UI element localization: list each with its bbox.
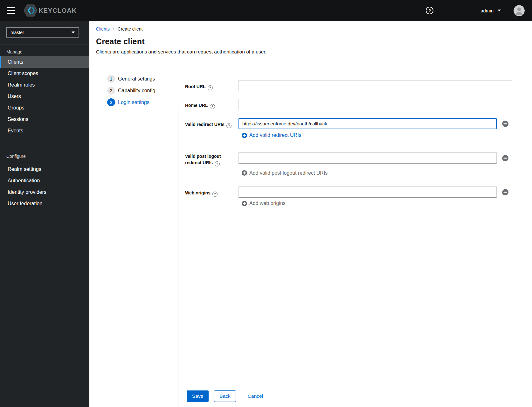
save-button[interactable]: Save <box>187 390 209 402</box>
add-post-logout-row: Add valid post logout redirect URIs <box>242 170 532 177</box>
plus-circle-icon <box>242 133 247 138</box>
field-valid-redirect-uris: Valid redirect URIs? <box>185 118 532 129</box>
field-root-url: Root URL? <box>185 80 532 91</box>
step-label: Login settings <box>118 100 149 105</box>
nav-group-configure: Configure Realm settings Authentication … <box>0 149 89 209</box>
user-dropdown[interactable]: admin <box>480 8 501 13</box>
wizard-step-capability-config[interactable]: 2 Capability config <box>107 87 178 95</box>
step-number: 2 <box>107 87 115 95</box>
sidebar-divider <box>0 162 89 162</box>
step-number: 3 <box>107 98 115 106</box>
field-web-origins: Web origins? <box>185 186 532 198</box>
username: admin <box>480 8 494 13</box>
main-content: Clients › Create client Create client Cl… <box>89 21 532 407</box>
help-icon[interactable]: ? <box>210 104 215 109</box>
back-button[interactable]: Back <box>214 390 236 402</box>
step-number: 1 <box>107 75 115 83</box>
remove-web-origin-icon[interactable] <box>502 189 508 195</box>
breadcrumb: Clients › Create client <box>96 26 524 32</box>
realm-selector[interactable]: master <box>6 27 79 38</box>
keycloak-logo-icon <box>23 4 38 17</box>
add-web-origins-row: Add web origins <box>242 200 532 207</box>
breadcrumb-separator-icon: › <box>113 26 114 32</box>
cancel-button[interactable]: Cancel <box>248 390 263 402</box>
realm-selector-value: master <box>10 30 24 35</box>
add-redirect-uri-row: Add valid redirect URIs <box>242 132 532 139</box>
wizard-body: 1 General settings 2 Capability config 3… <box>89 60 532 407</box>
post-logout-redirect-uri-input[interactable] <box>238 152 497 164</box>
field-label: Web origins? <box>185 186 238 198</box>
wizard-steps-nav: 1 General settings 2 Capability config 3… <box>89 60 178 407</box>
field-label: Valid redirect URIs? <box>185 118 238 129</box>
sidebar-item-authentication[interactable]: Authentication <box>0 175 89 186</box>
help-icon[interactable]: ? <box>226 123 231 128</box>
add-post-logout-uris-button[interactable]: Add valid post logout redirect URIs <box>242 170 328 176</box>
sidebar: master Manage Clients Client scopes Real… <box>0 21 89 407</box>
chevron-down-icon <box>72 32 75 33</box>
field-label: Root URL? <box>185 80 238 91</box>
keycloak-admin-console: KEYCLOAK ? admin master Manage <box>0 0 532 407</box>
masthead-utilities: ? admin <box>426 5 532 16</box>
field-label: Valid post logout redirect URIs? <box>185 150 238 166</box>
help-icon[interactable]: ? <box>215 161 220 166</box>
sidebar-item-identity-providers[interactable]: Identity providers <box>0 186 89 198</box>
sidebar-item-groups[interactable]: Groups <box>0 102 89 114</box>
step-label: General settings <box>118 76 155 82</box>
sidebar-item-events[interactable]: Events <box>0 125 89 137</box>
remove-redirect-uri-icon[interactable] <box>502 121 508 127</box>
plus-circle-icon <box>242 170 247 176</box>
field-post-logout-redirect-uris: Valid post logout redirect URIs? <box>185 150 532 166</box>
nav-toggle-icon[interactable] <box>7 7 15 14</box>
nav-group-manage: Manage Clients Client scopes Realm roles… <box>0 45 89 137</box>
sidebar-item-client-scopes[interactable]: Client scopes <box>0 68 89 79</box>
breadcrumb-current: Create client <box>118 26 143 32</box>
valid-redirect-uri-input[interactable] <box>238 118 497 129</box>
sidebar-item-clients[interactable]: Clients <box>0 56 89 68</box>
page-description: Clients are applications and services th… <box>96 49 524 55</box>
help-icon[interactable]: ? <box>426 7 433 14</box>
add-valid-redirect-uris-button[interactable]: Add valid redirect URIs <box>242 132 301 138</box>
nav-group-title: Manage <box>0 45 89 56</box>
root-url-input[interactable] <box>238 80 512 91</box>
page-header: Clients › Create client Create client Cl… <box>89 21 532 60</box>
web-origins-input[interactable] <box>238 186 497 198</box>
form-actions: Save Back Cancel <box>187 390 532 402</box>
wizard-step-general-settings[interactable]: 1 General settings <box>107 75 178 83</box>
step-label: Capability config <box>118 88 155 94</box>
field-label: Home URL? <box>185 99 238 110</box>
plus-circle-icon <box>242 201 247 206</box>
add-web-origins-button[interactable]: Add web origins <box>242 200 286 206</box>
sidebar-item-realm-settings[interactable]: Realm settings <box>0 164 89 175</box>
login-settings-form: Root URL? Home URL? Vali <box>178 60 532 407</box>
sidebar-item-users[interactable]: Users <box>0 91 89 102</box>
help-icon[interactable]: ? <box>208 85 213 90</box>
sidebar-item-realm-roles[interactable]: Realm roles <box>0 79 89 91</box>
nav-group-title: Configure <box>0 149 89 161</box>
chevron-down-icon <box>498 10 501 11</box>
sidebar-item-user-federation[interactable]: User federation <box>0 198 89 209</box>
avatar[interactable] <box>514 5 525 16</box>
help-icon[interactable]: ? <box>212 192 218 197</box>
keycloak-logo: KEYCLOAK <box>23 4 77 17</box>
masthead: KEYCLOAK ? admin <box>0 0 532 21</box>
home-url-input[interactable] <box>238 99 512 110</box>
page-title: Create client <box>96 37 524 46</box>
field-home-url: Home URL? <box>185 99 532 110</box>
sidebar-item-sessions[interactable]: Sessions <box>0 114 89 125</box>
breadcrumb-clients-link[interactable]: Clients <box>96 26 110 32</box>
remove-post-logout-uri-icon[interactable] <box>502 155 508 161</box>
wizard-step-login-settings[interactable]: 3 Login settings <box>107 98 178 106</box>
brand-text: KEYCLOAK <box>38 7 77 14</box>
